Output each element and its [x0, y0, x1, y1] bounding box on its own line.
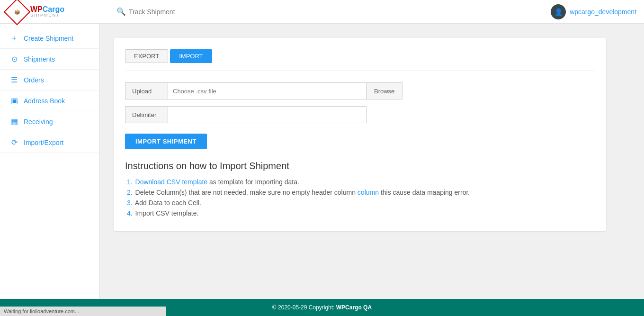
logo-shipment: SHIPMENT: [30, 13, 64, 18]
footer-text: © 2020-05-29 Copyright: WPCargo QA: [272, 304, 372, 311]
step-2-num: 2.: [127, 189, 133, 196]
search-input[interactable]: [129, 8, 271, 16]
upload-label: Upload: [125, 82, 168, 99]
import-shipment-button[interactable]: IMPORT SHIPMENT: [125, 134, 207, 149]
import-export-icon: ⟳: [9, 138, 19, 147]
instructions-title: Instructions on how to Import Shipment: [125, 161, 595, 172]
list-item: 4. Import CSV template.: [125, 209, 595, 217]
main-layout: + Create Shipment ⊙ Shipments ☰ Orders ▣…: [0, 24, 644, 299]
step-1-num: 1.: [127, 178, 133, 186]
sidebar-label-shipments: Shipments: [24, 55, 55, 63]
step-2-highlight: column: [358, 189, 379, 196]
sidebar: + Create Shipment ⊙ Shipments ☰ Orders ▣…: [0, 24, 99, 299]
sidebar-label-receiving: Receiving: [24, 118, 53, 126]
header: 📦 WPCargo SHIPMENT 🔍 👤 wpcargo_developme…: [0, 0, 644, 24]
main-card: EXPORT IMPORT Upload Browse Delimiter , …: [114, 38, 606, 231]
step-2-pre: Delete Column(s) that are not needed, ma…: [135, 189, 358, 196]
sidebar-item-create-shipment[interactable]: + Create Shipment: [0, 28, 99, 49]
step-3-num: 3.: [127, 199, 133, 207]
upload-row: Upload Browse: [125, 82, 595, 99]
sidebar-item-shipments[interactable]: ⊙ Shipments: [0, 49, 99, 70]
logo-text: WPCargo SHIPMENT: [30, 5, 64, 18]
delimiter-input[interactable]: ,: [168, 106, 367, 123]
sidebar-item-orders[interactable]: ☰ Orders: [0, 70, 99, 90]
list-item: 2. Delete Column(s) that are not needed,…: [125, 189, 595, 196]
search-icon: 🔍: [116, 7, 126, 16]
delimiter-row: Delimiter ,: [125, 106, 595, 123]
browse-button[interactable]: Browse: [367, 82, 402, 99]
sidebar-label-import-export: Import/Export: [24, 139, 63, 146]
search-area: 🔍: [116, 7, 551, 16]
user-area[interactable]: 👤 wpcargo_development: [551, 4, 636, 19]
logo-icon: 📦: [4, 0, 31, 25]
instructions-list: 1. Download CSV template as template for…: [125, 178, 595, 217]
step-1-rest: as template for Importing data.: [209, 178, 299, 186]
import-tab[interactable]: IMPORT: [170, 49, 212, 63]
avatar: 👤: [551, 4, 566, 19]
footer-brand: WPCargo QA: [336, 304, 372, 311]
download-csv-link[interactable]: Download CSV template: [135, 178, 208, 186]
sidebar-label-orders: Orders: [24, 76, 44, 84]
sidebar-item-address-book[interactable]: ▣ Address Book: [0, 90, 99, 111]
logo-cargo: Cargo: [43, 5, 64, 13]
logo-area: 📦 WPCargo SHIPMENT: [8, 2, 107, 21]
sidebar-item-receiving[interactable]: ▦ Receiving: [0, 111, 99, 132]
delimiter-label: Delimiter: [125, 106, 168, 123]
step-2-post: this cause data maaping error.: [381, 189, 470, 196]
status-text: Waiting for iloiloadventure.com...: [4, 308, 79, 314]
sidebar-label-create-shipment: Create Shipment: [24, 35, 73, 42]
shipments-icon: ⊙: [9, 54, 19, 63]
address-book-icon: ▣: [9, 96, 19, 105]
sidebar-label-address-book: Address Book: [24, 97, 65, 105]
receiving-icon: ▦: [9, 117, 19, 126]
list-item: 3. Add Data to each Cell.: [125, 199, 595, 207]
sidebar-item-import-export[interactable]: ⟳ Import/Export: [0, 132, 99, 153]
user-name: wpcargo_development: [570, 8, 636, 16]
plus-icon: +: [9, 34, 19, 43]
instructions-section: Instructions on how to Import Shipment 1…: [125, 161, 595, 217]
file-input[interactable]: [168, 82, 367, 99]
step-4-num: 4.: [127, 209, 133, 217]
tab-row: EXPORT IMPORT: [125, 49, 595, 71]
content-area: EXPORT IMPORT Upload Browse Delimiter , …: [99, 24, 644, 299]
logo-wp: WP: [30, 5, 43, 13]
export-tab[interactable]: EXPORT: [125, 49, 168, 63]
status-bar: Waiting for iloiloadventure.com...: [0, 307, 166, 316]
orders-icon: ☰: [9, 75, 19, 84]
list-item: 1. Download CSV template as template for…: [125, 178, 595, 186]
step-4-text: Import CSV template.: [135, 209, 199, 217]
step-3-text: Add Data to each Cell.: [135, 199, 201, 207]
